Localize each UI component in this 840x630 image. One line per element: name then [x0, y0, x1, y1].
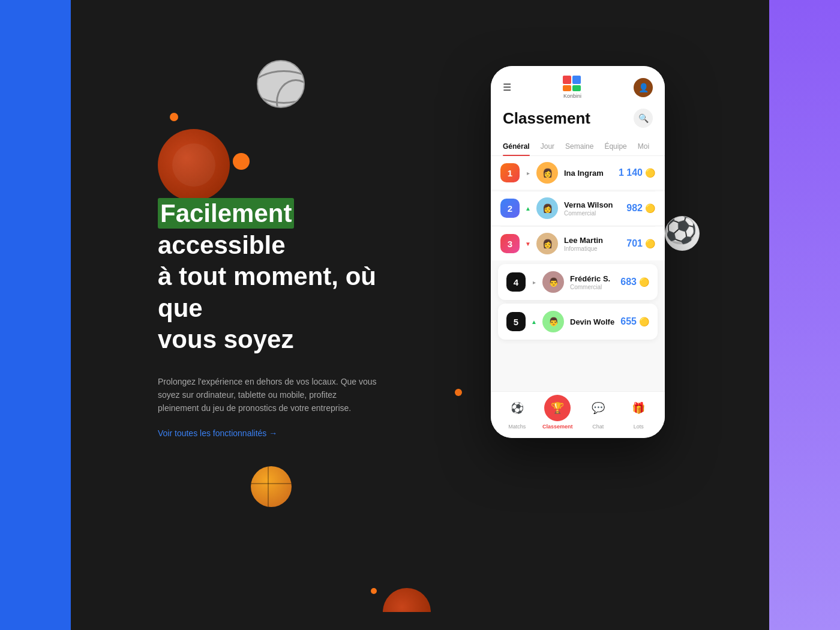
leaderboard-row-4[interactable]: 4 ▸ 👨 Frédéric S. Commercial 683 🟡 — [498, 264, 658, 300]
phone-title-area: Classement 🔍 — [491, 104, 665, 137]
score-value-3: 701 — [626, 238, 643, 249]
trend-down-icon-3: ▼ — [524, 240, 532, 247]
user-info-2: Verna Wilson Commercial — [564, 200, 626, 217]
avatar-devin-wolfe: 👨 — [542, 311, 564, 332]
score-area-4: 683 🟡 — [620, 277, 649, 287]
svg-rect-0 — [563, 76, 571, 84]
nav-label-lots: Lots — [634, 424, 644, 430]
score-area-3: 701 🟡 — [626, 238, 655, 249]
logo-area: Konbini — [563, 76, 582, 99]
score-area-2: 982 🟡 — [626, 203, 655, 214]
main-content: Facilement accessibleà tout moment, où q… — [71, 0, 769, 630]
coin-icon-3: 🟡 — [645, 239, 655, 248]
avatar-lee-martin: 👩 — [536, 233, 558, 254]
matchs-icon: ⚽ — [504, 395, 530, 421]
rank-badge-2: 2 — [500, 199, 520, 218]
score-area-5: 655 🟡 — [620, 316, 649, 327]
left-sidebar-bar — [0, 0, 71, 630]
hamburger-icon[interactable]: ☰ — [503, 82, 511, 93]
phone-header: ☰ Konbini 👤 — [491, 66, 665, 104]
trend-up-icon-5: ▲ — [530, 318, 538, 325]
score-value-1: 1 140 — [619, 167, 643, 178]
rank-badge-3: 3 — [500, 234, 520, 253]
coin-icon-5: 🟡 — [639, 317, 649, 326]
page-title: Classement — [503, 109, 590, 128]
user-name-2: Verna Wilson — [564, 200, 626, 209]
avatar-ina-ingram: 👩 — [536, 162, 558, 184]
tabs-bar: Général Jour Semaine Équipe Moi — [491, 137, 665, 156]
user-subtitle-4: Commercial — [570, 284, 620, 290]
score-value-5: 655 — [620, 316, 637, 327]
tab-general[interactable]: Général — [503, 137, 530, 155]
rank-badge-1: 1 — [500, 163, 520, 182]
coin-icon-1: 🟡 — [645, 168, 655, 178]
leaderboard-list: 1 ▸ 👩 Ina Ingram 1 140 🟡 2 ▲ 👩 Verna Wil… — [491, 156, 665, 408]
leaderboard-row-3[interactable]: 3 ▼ 👩 Lee Martin Informatique 701 🟡 — [491, 227, 665, 260]
chat-icon: 💬 — [585, 395, 611, 421]
headline-highlight: Facilement — [158, 198, 294, 229]
svg-rect-3 — [572, 85, 581, 91]
search-button[interactable]: 🔍 — [634, 109, 653, 128]
hero-subtext: Prolongez l'expérience en dehors de vos … — [158, 375, 380, 415]
orange-dot-bottom-2 — [371, 588, 377, 594]
tab-moi[interactable]: Moi — [638, 137, 649, 155]
nav-item-classement[interactable]: 🏆 Classement — [538, 395, 578, 430]
basketball-circle — [251, 466, 292, 507]
svg-rect-2 — [563, 85, 571, 91]
trend-up-icon-2: ▲ — [524, 205, 532, 212]
coin-icon-2: 🟡 — [645, 203, 655, 213]
user-avatar-header[interactable]: 👤 — [634, 78, 653, 97]
volleyball-decoration — [257, 60, 305, 108]
user-info-1: Ina Ingram — [564, 169, 619, 178]
cta-link[interactable]: Voir toutes les fonctionnalités → — [158, 428, 277, 438]
lots-icon: 🎁 — [625, 395, 652, 421]
nav-label-classement: Classement — [542, 424, 573, 430]
konbini-logo-icon — [563, 76, 582, 92]
headline: Facilement accessibleà tout moment, où q… — [158, 198, 386, 356]
score-area-1: 1 140 🟡 — [619, 167, 655, 178]
user-info-5: Devin Wolfe — [570, 317, 620, 326]
nav-item-lots[interactable]: 🎁 Lots — [619, 395, 659, 430]
leaderboard-row-5[interactable]: 5 ▲ 👨 Devin Wolfe 655 🟡 — [498, 304, 658, 340]
trend-neutral-icon-1: ▸ — [524, 169, 532, 176]
user-name-5: Devin Wolfe — [570, 317, 620, 326]
rank-badge-4: 4 — [506, 272, 526, 292]
orange-dot-1 — [170, 113, 178, 121]
tab-equipe[interactable]: Équipe — [604, 137, 626, 155]
nav-label-matchs: Matchs — [508, 424, 526, 430]
soccer-ball-decoration — [665, 216, 700, 251]
bottom-sphere-inner — [383, 588, 431, 612]
user-subtitle-2: Commercial — [564, 210, 626, 217]
headline-rest: accessibleà tout moment, où quevous soye… — [158, 231, 376, 354]
nav-label-chat: Chat — [592, 424, 604, 430]
user-name-4: Frédéric S. — [570, 274, 620, 283]
avatar-frederic-s: 👨 — [542, 271, 564, 293]
coin-icon-4: 🟡 — [639, 277, 649, 287]
tab-jour[interactable]: Jour — [541, 137, 554, 155]
user-name-1: Ina Ingram — [564, 169, 619, 178]
user-info-4: Frédéric S. Commercial — [570, 274, 620, 290]
avatar-verna-wilson: 👩 — [536, 197, 558, 219]
hero-text-block: Facilement accessibleà tout moment, où q… — [158, 198, 386, 439]
small-orange-ball — [233, 153, 250, 170]
user-name-3: Lee Martin — [564, 236, 626, 245]
classement-icon: 🏆 — [544, 395, 571, 421]
bottom-navigation: ⚽ Matchs 🏆 Classement 💬 Chat 🎁 Lots — [491, 391, 665, 438]
user-subtitle-3: Informatique — [564, 245, 626, 252]
score-value-2: 982 — [626, 203, 643, 214]
nav-item-chat[interactable]: 💬 Chat — [578, 395, 619, 430]
nav-item-matchs[interactable]: ⚽ Matchs — [497, 395, 538, 430]
rank-badge-5: 5 — [506, 312, 526, 331]
app-name-label: Konbini — [563, 93, 581, 99]
svg-rect-1 — [572, 76, 581, 84]
score-value-4: 683 — [620, 277, 637, 287]
right-sidebar-bar — [769, 0, 840, 630]
leaderboard-row-2[interactable]: 2 ▲ 👩 Verna Wilson Commercial 982 🟡 — [491, 191, 665, 225]
trend-neutral-icon-4: ▸ — [530, 278, 538, 286]
bottom-sphere-decoration — [383, 588, 431, 612]
leaderboard-row-1[interactable]: 1 ▸ 👩 Ina Ingram 1 140 🟡 — [491, 156, 665, 190]
phone-mockup: ☰ Konbini 👤 Classement 🔍 Général Jour Se… — [491, 66, 665, 438]
basketball-sphere-decoration — [158, 129, 230, 201]
soccer-circle — [665, 216, 700, 251]
tab-semaine[interactable]: Semaine — [565, 137, 593, 155]
